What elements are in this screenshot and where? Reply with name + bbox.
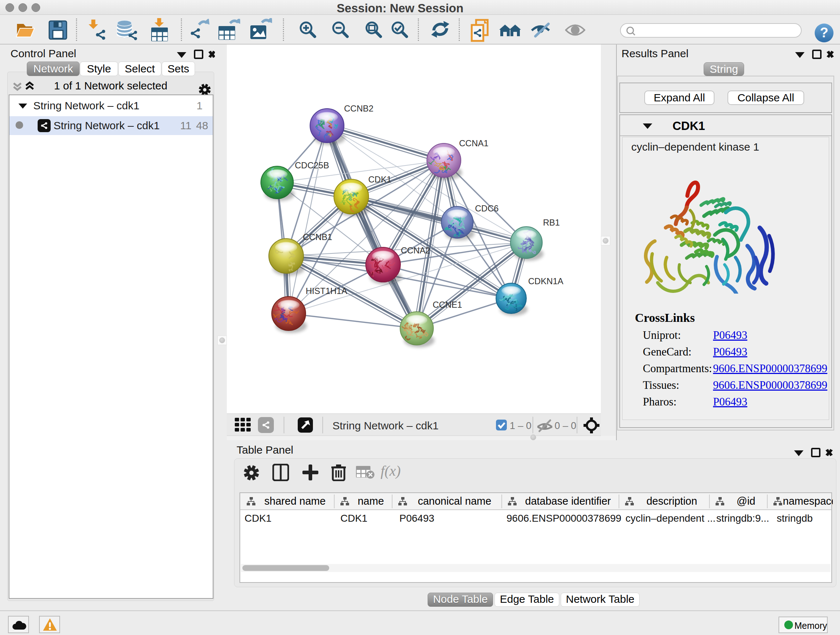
svg-text:RB1: RB1 [543,218,560,227]
svg-text:CDC6: CDC6 [475,203,499,213]
svg-text:CCNB1: CCNB1 [303,232,332,242]
svg-text:CDC25B: CDC25B [295,160,329,170]
svg-text:CCNE1: CCNE1 [433,300,462,310]
svg-text:CDKN1A: CDKN1A [528,276,563,286]
svg-text:CCNA2: CCNA2 [401,245,430,255]
svg-text:CDK1: CDK1 [368,174,392,184]
svg-text:CCNA1: CCNA1 [459,138,488,148]
svg-text:HIST1H1A: HIST1H1A [306,286,347,296]
svg-text:CCNB2: CCNB2 [344,103,373,113]
